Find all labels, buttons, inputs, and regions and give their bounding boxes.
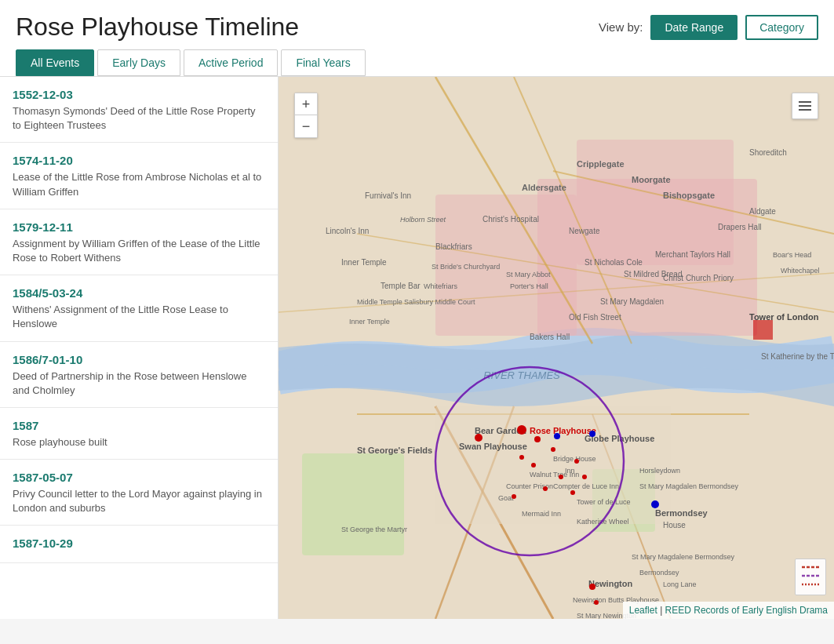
svg-rect-4 [577, 140, 734, 265]
svg-point-78 [554, 433, 560, 439]
tab-all-events[interactable]: All Events [16, 49, 94, 76]
map-layers-button[interactable] [792, 93, 818, 119]
event-date: 1587-05-07 [13, 471, 265, 484]
category-button[interactable]: Category [745, 15, 818, 40]
event-date: 1586/7-01-10 [13, 353, 265, 366]
svg-rect-95 [799, 105, 811, 107]
reed-link[interactable]: REED Records of Early English Drama [665, 605, 828, 616]
svg-point-88 [512, 494, 516, 499]
tab-active-period[interactable]: Active Period [184, 49, 278, 76]
legend-item [802, 581, 819, 588]
event-list: 1552-12-03 Thomasyn Symonds' Deed of the… [0, 77, 279, 619]
svg-point-89 [651, 500, 659, 508]
svg-text:Bakers Hall: Bakers Hall [530, 333, 570, 341]
svg-rect-94 [799, 101, 811, 103]
svg-point-76 [517, 425, 526, 435]
svg-text:Whitefriars: Whitefriars [424, 282, 458, 290]
svg-point-87 [570, 490, 575, 495]
view-by-label: View by: [599, 20, 643, 34]
map-container[interactable]: RIVER THAMES Bishopsgate Dra [279, 77, 834, 619]
svg-point-83 [531, 463, 536, 468]
list-item[interactable]: 1586/7-01-10 Deed of Partnership in the … [0, 342, 278, 408]
event-date: 1587-10-29 [13, 537, 265, 550]
svg-text:Holborn Street: Holborn Street [400, 216, 446, 224]
svg-text:Cripplegate: Cripplegate [577, 159, 625, 169]
svg-point-85 [559, 475, 563, 479]
svg-text:Compter de Luce Inn: Compter de Luce Inn [553, 482, 619, 490]
main-content: 1552-12-03 Thomasyn Symonds' Deed of the… [0, 77, 834, 619]
event-desc: Withens' Assignment of the Little Rose L… [13, 303, 265, 331]
svg-text:Whitechapel: Whitechapel [781, 267, 820, 275]
svg-text:St Mary Magdalen: St Mary Magdalen [600, 297, 664, 306]
svg-point-91 [594, 600, 599, 605]
svg-text:Walnut Tree Inn: Walnut Tree Inn [530, 471, 579, 478]
list-item[interactable]: 1579-12-11 Assignment by William Griffen… [0, 209, 278, 275]
event-desc: Rose playhouse built [13, 435, 265, 449]
event-date: 1587 [13, 419, 265, 432]
legend-item [802, 573, 819, 579]
svg-text:St Katherine by the Tower: St Katherine by the Tower [761, 352, 834, 361]
list-item[interactable]: 1552-12-03 Thomasyn Symonds' Deed of the… [0, 77, 278, 143]
svg-text:Bermondsey: Bermondsey [639, 569, 679, 577]
svg-text:RIVER THAMES: RIVER THAMES [483, 369, 560, 381]
svg-text:Porter's Hall: Porter's Hall [510, 282, 548, 290]
svg-text:St Nicholas Cole: St Nicholas Cole [585, 258, 643, 267]
svg-text:St Mary Magdalene Bermondsey: St Mary Magdalene Bermondsey [632, 553, 735, 561]
svg-text:Blackfriars: Blackfriars [435, 242, 472, 251]
list-item[interactable]: 1587 Rose playhouse built [0, 408, 278, 460]
event-date: 1552-12-03 [13, 88, 265, 101]
map-footer: Leaflet | REED Records of Early English … [623, 602, 834, 619]
page-header: Rose Playhouse Timeline View by: Date Ra… [0, 0, 834, 49]
svg-point-77 [534, 436, 541, 442]
page-title: Rose Playhouse Timeline [16, 13, 299, 42]
layers-icon [797, 98, 813, 114]
svg-rect-96 [799, 109, 811, 111]
svg-text:Old Fish Street: Old Fish Street [569, 313, 621, 322]
svg-text:St George's Fields: St George's Fields [357, 446, 432, 455]
svg-text:Mermaid Inn: Mermaid Inn [522, 510, 561, 518]
svg-text:Furnival's Inn: Furnival's Inn [365, 191, 411, 200]
svg-text:Middle Temple: Middle Temple [357, 298, 402, 306]
svg-point-81 [574, 459, 579, 464]
svg-text:St Mary Abbot: St Mary Abbot [506, 271, 551, 278]
event-desc: Deed of Partnership in the Rose between … [13, 369, 265, 398]
svg-rect-93 [753, 320, 773, 340]
event-date: 1579-12-11 [13, 220, 265, 234]
leaflet-link[interactable]: Leaflet [629, 605, 657, 616]
zoom-in-button[interactable]: + [295, 93, 317, 115]
svg-text:Christ Church Priory: Christ Church Priory [663, 274, 734, 282]
tab-final-years[interactable]: Final Years [281, 49, 365, 76]
svg-text:Goat: Goat [498, 494, 514, 502]
event-desc: Assignment by William Griffen of the Lea… [13, 237, 265, 265]
svg-text:Bermondsey: Bermondsey [655, 508, 708, 518]
svg-text:Bishopsgate: Bishopsgate [663, 191, 715, 200]
svg-text:Drapers Hall: Drapers Hall [718, 223, 762, 231]
svg-text:Aldersgate: Aldersgate [522, 183, 566, 192]
list-item[interactable]: 1574-11-20 Lease of the Little Rose from… [0, 143, 278, 209]
svg-point-75 [475, 434, 483, 442]
svg-point-79 [589, 431, 595, 437]
list-item[interactable]: 1587-05-07 Privy Council letter to the L… [0, 460, 278, 526]
list-item[interactable]: 1587-10-29 [0, 526, 278, 563]
svg-text:Swan Playhouse: Swan Playhouse [459, 442, 527, 451]
svg-text:Aldgate: Aldgate [749, 207, 776, 216]
svg-rect-14 [302, 453, 404, 555]
svg-text:St Bride's Churchyard: St Bride's Churchyard [432, 263, 500, 271]
tab-bar: All Events Early Days Active Period Fina… [0, 49, 834, 77]
svg-text:Newgate: Newgate [569, 227, 600, 235]
svg-point-80 [551, 447, 555, 452]
svg-text:Horsleydown: Horsleydown [639, 467, 680, 475]
event-date: 1574-11-20 [13, 154, 265, 167]
event-desc: Privy Council letter to the Lord Mayor a… [13, 487, 265, 515]
map-legend [795, 558, 826, 595]
zoom-out-button[interactable]: − [295, 115, 317, 137]
svg-text:Shoreditch: Shoreditch [749, 148, 787, 157]
date-range-button[interactable]: Date Range [650, 15, 737, 40]
list-item[interactable]: 1584/5-03-24 Withens' Assignment of the … [0, 275, 278, 341]
svg-point-82 [519, 455, 524, 460]
tab-early-days[interactable]: Early Days [97, 49, 180, 76]
svg-text:St George the Martyr: St George the Martyr [341, 526, 407, 533]
svg-point-90 [589, 584, 595, 590]
svg-text:House: House [663, 521, 686, 529]
map-zoom-controls[interactable]: + − [294, 93, 318, 138]
